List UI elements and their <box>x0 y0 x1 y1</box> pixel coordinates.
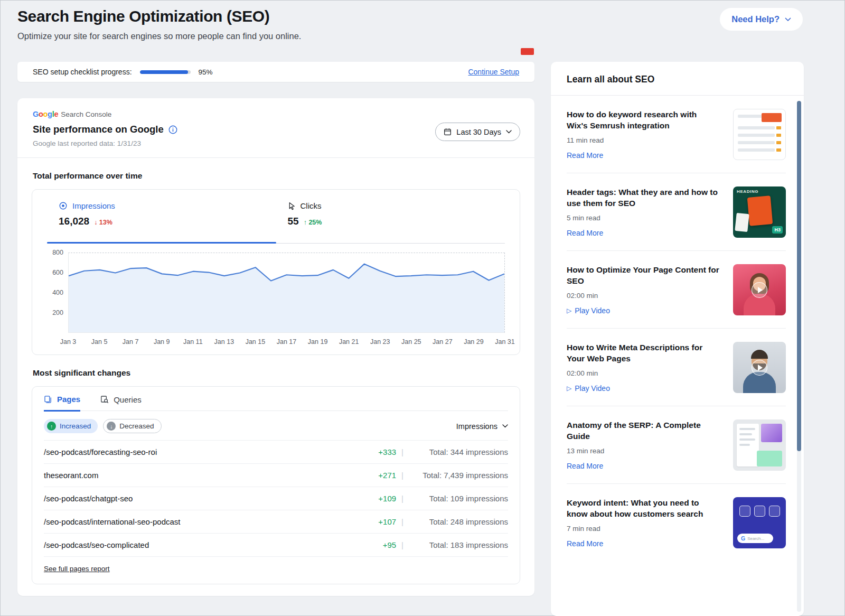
play-button-overlay <box>752 282 767 298</box>
plot-area <box>68 253 505 333</box>
article-action-label: Read More <box>567 151 603 160</box>
article-action-label: Play Video <box>575 384 610 393</box>
performance-section-title: Total performance over time <box>17 158 534 181</box>
article-meta: 7 min read <box>567 525 719 533</box>
metric-value: 55 <box>288 216 299 227</box>
calendar-icon <box>444 128 452 136</box>
total-impressions: Total: 109 impressions <box>409 494 508 503</box>
table-row[interactable]: /seo-podcast/international-seo-podcast+1… <box>44 510 508 533</box>
article-meta: 02:00 min <box>567 292 719 300</box>
separator: | <box>401 540 403 549</box>
table-row[interactable]: theseorant.com+271|Total: 7,439 impressi… <box>44 463 508 487</box>
article-meta: 13 min read <box>567 447 719 455</box>
info-icon[interactable] <box>168 125 177 134</box>
read-more-link[interactable]: Read More <box>567 539 603 548</box>
filter-decreased[interactable]: ↓ Decreased <box>103 419 161 433</box>
article-thumbnail[interactable]: GSearch... <box>733 497 786 548</box>
scrollbar-thumb[interactable] <box>797 101 801 451</box>
separator: | <box>401 494 403 503</box>
article-meta: 02:00 min <box>567 369 719 377</box>
learn-sidebar: Learn all about SEO How to do keyword re… <box>551 62 804 616</box>
article-action-label: Read More <box>567 229 603 237</box>
scrollbar-track <box>797 101 801 612</box>
change-value: +271 <box>362 471 396 480</box>
see-full-pages-report-link[interactable]: See full pages report <box>44 565 110 573</box>
play-video-link[interactable]: ▷Play Video <box>567 384 610 393</box>
changes-rows: /seo-podcast/forecasting-seo-roi+333|Tot… <box>44 440 508 557</box>
tab-pages[interactable]: Pages <box>44 395 80 412</box>
table-row[interactable]: /seo-podcast/forecasting-seo-roi+333|Tot… <box>44 440 508 463</box>
chevron-down-icon <box>506 130 512 134</box>
read-more-link[interactable]: Read More <box>567 151 603 160</box>
continue-setup-link[interactable]: Continue Setup <box>468 68 519 76</box>
article-meta: 11 min read <box>567 136 719 144</box>
article-thumbnail[interactable] <box>733 419 786 471</box>
queries-icon <box>100 395 109 404</box>
progress-label: SEO setup checklist progress: <box>33 68 132 76</box>
read-more-link[interactable]: Read More <box>567 462 603 470</box>
filter-increased[interactable]: ↑ Increased <box>44 419 98 433</box>
up-arrow-icon: ↑ <box>304 219 307 226</box>
chevron-down-icon <box>502 424 508 428</box>
sort-label: Impressions <box>456 422 497 431</box>
article-thumbnail[interactable] <box>733 264 786 315</box>
need-help-label: Need Help? <box>731 14 780 24</box>
article-thumbnail[interactable]: HEADINGH3 <box>733 186 786 238</box>
x-axis: Jan 3Jan 5Jan 7Jan 9Jan 11Jan 13Jan 15Ja… <box>68 338 505 347</box>
learn-title: Learn all about SEO <box>551 62 804 95</box>
article-action-label: Read More <box>567 462 603 470</box>
total-impressions: Total: 7,439 impressions <box>409 471 508 480</box>
setup-progress-card: SEO setup checklist progress: 95% Contin… <box>17 62 534 82</box>
changes-tabs: Pages Queries <box>44 387 508 411</box>
tab-label: Pages <box>57 395 80 404</box>
changes-section-title: Most significant changes <box>17 355 534 378</box>
article-meta: 5 min read <box>567 214 719 222</box>
article-card: Header tags: What they are and how to us… <box>567 173 786 251</box>
tab-queries[interactable]: Queries <box>100 395 142 410</box>
play-button-overlay <box>752 360 767 376</box>
performance-chart-card: Impressions 16,028 ↓ 13% Clicks 55 ↑ 25% <box>32 189 520 355</box>
metric-value: 16,028 <box>59 216 89 227</box>
article-title: How to Optimize Your Page Content for SE… <box>567 264 719 287</box>
article-card: Anatomy of the SERP: A Complete Guide13 … <box>567 406 786 484</box>
pages-icon <box>44 395 52 404</box>
article-title: Keyword intent: What you need to know ab… <box>567 497 719 520</box>
read-more-link[interactable]: Read More <box>567 229 603 237</box>
article-thumbnail[interactable] <box>733 342 786 393</box>
play-video-link[interactable]: ▷Play Video <box>567 306 610 315</box>
significant-changes-card: Pages Queries ↑ Increased ↓ Decreased Im… <box>32 386 520 584</box>
article-thumbnail[interactable] <box>733 109 786 160</box>
table-row[interactable]: /seo-podcast/chatgpt-seo+109|Total: 109 … <box>44 487 508 510</box>
page-path: /seo-podcast/seo-complicated <box>44 540 149 549</box>
total-impressions: Total: 344 impressions <box>409 447 508 456</box>
metric-tab-clicks[interactable]: Clicks 55 ↑ 25% <box>276 190 505 227</box>
date-range-select[interactable]: Last 30 Days <box>435 123 520 141</box>
need-help-button[interactable]: Need Help? <box>720 8 803 31</box>
sort-by-dropdown[interactable]: Impressions <box>456 422 508 431</box>
y-axis: 200400600800 <box>47 253 68 333</box>
page-header: Search Engine Optimization (SEO) Optimiz… <box>17 7 301 41</box>
total-impressions: Total: 248 impressions <box>409 517 508 526</box>
performance-chart: 200400600800 Jan 3Jan 5Jan 7Jan 9Jan 11J… <box>47 253 505 347</box>
table-row[interactable]: /seo-podcast/seo-complicated+95|Total: 1… <box>44 533 508 556</box>
progress-percent: 95% <box>199 68 213 76</box>
chip-label: Increased <box>60 422 91 430</box>
changes-filters: ↑ Increased ↓ Decreased Impressions <box>44 411 508 440</box>
site-performance-card: Google Search Console Site performance o… <box>17 98 534 596</box>
metric-tab-impressions[interactable]: Impressions 16,028 ↓ 13% <box>47 190 276 227</box>
red-marker <box>521 48 534 55</box>
down-arrow-icon: ↓ <box>94 219 97 226</box>
play-icon: ▷ <box>567 385 571 391</box>
page-path: /seo-podcast/chatgpt-seo <box>44 494 133 503</box>
article-action-label: Read More <box>567 539 603 548</box>
article-card: How to Write Meta Descriptions for Your … <box>567 329 786 406</box>
card-title: Site performance on Google <box>33 124 164 135</box>
seo-dashboard: Search Engine Optimization (SEO) Optimiz… <box>0 0 845 616</box>
metric-underline <box>47 242 505 244</box>
page-path: theseorant.com <box>44 471 98 480</box>
chevron-down-icon <box>785 17 791 22</box>
tab-label: Queries <box>114 395 142 404</box>
metric-change: ↑ 25% <box>304 219 322 226</box>
metric-label: Clicks <box>301 201 322 210</box>
change-value: +107 <box>362 517 396 526</box>
